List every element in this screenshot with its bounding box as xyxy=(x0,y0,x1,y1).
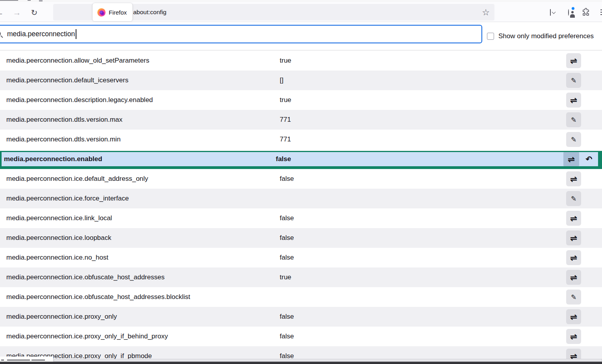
pref-row[interactable]: media.peerconnection.ice.obfuscate_host_… xyxy=(0,267,602,287)
row-actions: ⇌ xyxy=(566,230,581,245)
pref-row[interactable]: media.peerconnection.dtls.version.max 77… xyxy=(0,110,602,130)
reset-icon: ↶ xyxy=(586,155,593,163)
pref-name: media.peerconnection.allow_old_setParame… xyxy=(0,57,149,65)
pref-row[interactable]: media.peerconnection.ice.force_interface… xyxy=(0,189,602,208)
text-caret xyxy=(76,29,76,39)
pref-row[interactable]: media.peerconnection.description.legacy.… xyxy=(0,90,602,110)
toggle-button[interactable]: ⇌ xyxy=(566,309,581,324)
toggle-button[interactable]: ⇌ xyxy=(566,250,581,265)
window-edge-fragment xyxy=(0,0,18,1)
pref-row-selected[interactable]: media.peerconnection.enabled false ⇌↶ xyxy=(0,149,602,169)
truncated-text-fragment xyxy=(0,357,54,362)
pref-row[interactable]: media.peerconnection.ice.no_host false ⇌ xyxy=(0,248,602,267)
pref-name: media.peerconnection.description.legacy.… xyxy=(0,96,153,104)
toggle-icon: ⇌ xyxy=(570,254,577,262)
toggle-icon: ⇌ xyxy=(568,155,575,163)
pref-name: media.peerconnection.dtls.version.max xyxy=(0,116,123,124)
row-actions: ✎ xyxy=(566,191,581,206)
toggle-button[interactable]: ⇌ xyxy=(566,93,581,108)
edit-icon: ✎ xyxy=(571,117,576,123)
pref-row[interactable]: media.peerconnection.ice.obfuscate_host_… xyxy=(0,287,602,307)
toggle-button[interactable]: ⇌ xyxy=(566,329,581,344)
menu-icon[interactable] xyxy=(600,9,602,17)
pref-row[interactable]: media.peerconnection.default_iceservers … xyxy=(0,71,602,90)
pref-row[interactable]: media.peerconnection.ice.link_local fals… xyxy=(0,208,602,228)
toggle-button[interactable]: ⇌ xyxy=(566,270,581,285)
edit-icon: ✎ xyxy=(571,195,576,202)
toggle-button[interactable]: ⇌ xyxy=(566,211,581,226)
reset-button[interactable]: ↶ xyxy=(582,152,596,166)
account-icon[interactable] xyxy=(563,6,574,18)
pref-name: media.peerconnection.ice.link_local xyxy=(0,214,112,222)
pref-name: media.peerconnection.ice.loopback xyxy=(0,234,111,242)
horizontal-scrollbar[interactable] xyxy=(54,359,602,362)
row-actions: ⇌ xyxy=(566,309,581,324)
pref-name: media.peerconnection.enabled xyxy=(2,155,102,163)
row-actions: ⇌↶ xyxy=(563,152,596,166)
edit-button[interactable]: ✎ xyxy=(566,132,581,147)
pref-row[interactable]: media.peerconnection.allow_old_setParame… xyxy=(0,51,602,71)
edit-button[interactable]: ✎ xyxy=(566,112,581,127)
pref-value: true xyxy=(280,273,291,281)
edit-icon: ✎ xyxy=(571,294,576,301)
row-actions: ✎ xyxy=(566,132,581,147)
extensions-puzzle-icon[interactable] xyxy=(580,6,592,18)
toggle-icon: ⇌ xyxy=(570,175,577,183)
pref-row[interactable]: media.peerconnection.ice.default_address… xyxy=(0,169,602,189)
pref-name: media.peerconnection.ice.proxy_only xyxy=(0,313,117,321)
pref-name: media.peerconnection.ice.default_address… xyxy=(0,175,148,183)
edit-button[interactable]: ✎ xyxy=(566,73,581,88)
show-modified-checkbox[interactable] xyxy=(487,33,494,40)
toggle-button[interactable]: ⇌ xyxy=(563,152,579,166)
toggle-button[interactable]: ⇌ xyxy=(566,230,581,245)
pref-value: false xyxy=(280,175,294,183)
pref-name: media.peerconnection.default_iceservers xyxy=(0,76,128,84)
pocket-icon[interactable] xyxy=(544,6,556,18)
pref-value: false xyxy=(280,214,294,222)
notification-dot xyxy=(571,7,575,10)
show-modified-filter: Show only modified preferences xyxy=(487,30,602,43)
taskbar-edge xyxy=(0,362,602,364)
pref-name: media.peerconnection.ice.obfuscate_host_… xyxy=(0,273,165,281)
site-identity-chip[interactable]: Firefox xyxy=(93,3,132,21)
row-actions: ✎ xyxy=(566,290,581,305)
row-actions: ✎ xyxy=(566,73,581,88)
pref-row[interactable]: media.peerconnection.ice.proxy_only_if_b… xyxy=(0,327,602,346)
back-button[interactable]: ← xyxy=(0,7,6,19)
row-actions: ⇌ xyxy=(566,270,581,285)
show-modified-label[interactable]: Show only modified preferences xyxy=(498,32,594,40)
pref-name: media.peerconnection.ice.proxy_only_if_b… xyxy=(0,332,168,340)
search-icon xyxy=(0,31,1,36)
url-text[interactable]: about:config xyxy=(133,9,166,16)
toggle-button[interactable]: ⇌ xyxy=(566,53,581,68)
pref-row[interactable]: media.peerconnection.dtls.version.min 77… xyxy=(0,130,602,149)
edit-button[interactable]: ✎ xyxy=(566,191,581,206)
site-identity-label: Firefox xyxy=(109,9,127,16)
pref-value: 771 xyxy=(280,116,291,124)
pref-name: media.peerconnection.ice.force_interface xyxy=(0,195,129,202)
row-actions: ⇌ xyxy=(566,329,581,344)
pref-name: media.peerconnection.ice.obfuscate_host_… xyxy=(0,293,190,301)
pref-row[interactable]: media.peerconnection.ice.proxy_only fals… xyxy=(0,307,602,327)
pref-value: true xyxy=(280,96,291,104)
forward-button[interactable]: → xyxy=(11,7,23,19)
toggle-icon: ⇌ xyxy=(570,313,577,321)
reload-button[interactable]: ↻ xyxy=(28,7,40,19)
browser-toolbar: ← → ↻ Firefox about:config ☆ xyxy=(0,2,602,22)
toggle-icon: ⇌ xyxy=(570,273,577,282)
pref-value: false xyxy=(276,155,291,163)
search-input[interactable]: media.peerconnection xyxy=(0,25,482,43)
bookmark-star-icon[interactable]: ☆ xyxy=(480,7,491,18)
bottom-edge xyxy=(0,355,602,364)
pref-table: media.peerconnection.allow_old_setParame… xyxy=(0,51,602,364)
url-bar[interactable]: Firefox about:config ☆ xyxy=(53,4,494,20)
firefox-logo-icon xyxy=(97,8,106,17)
selected-row-body[interactable]: media.peerconnection.enabled false ⇌↶ xyxy=(2,152,598,166)
toggle-button[interactable]: ⇌ xyxy=(566,171,581,186)
search-input-value: media.peerconnection xyxy=(7,26,75,43)
toggle-icon: ⇌ xyxy=(570,96,577,104)
edit-button[interactable]: ✎ xyxy=(566,290,581,305)
row-actions: ⇌ xyxy=(566,250,581,265)
pref-value: 771 xyxy=(280,136,291,143)
pref-row[interactable]: media.peerconnection.ice.loopback false … xyxy=(0,228,602,248)
